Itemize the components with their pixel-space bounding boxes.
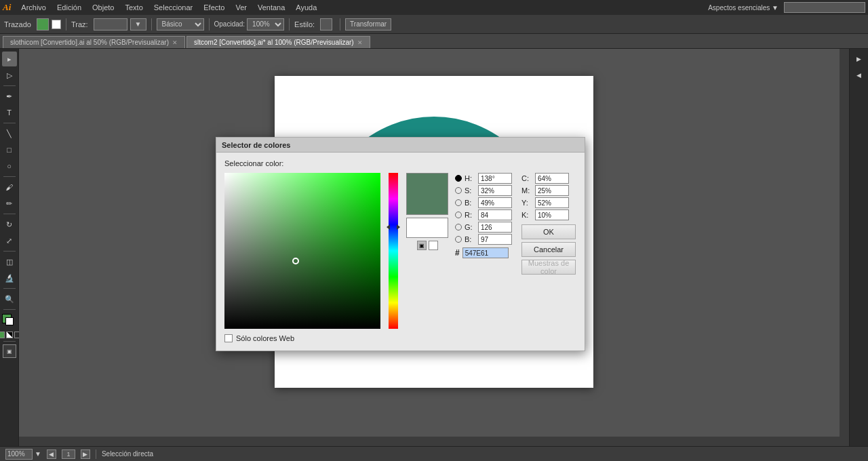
status-bar: ▼ ◀ ▶ Selección directa: [0, 446, 868, 461]
gradient-mode-icon[interactable]: [6, 332, 13, 338]
canvas-area: Selector de colores Seleccionar color:: [19, 49, 849, 446]
type-tool[interactable]: T: [2, 105, 17, 120]
page-input[interactable]: [62, 449, 75, 459]
stroke-btn[interactable]: ▼: [130, 18, 146, 31]
r-input[interactable]: [478, 209, 512, 220]
zoom-input[interactable]: [5, 449, 33, 460]
rotate-tool[interactable]: ↻: [2, 217, 17, 232]
scrollbar-horizontal[interactable]: [19, 437, 849, 446]
menu-seleccionar[interactable]: Seleccionar: [149, 2, 197, 13]
line-tool[interactable]: ╲: [2, 126, 17, 141]
select-tool[interactable]: ▸: [2, 52, 17, 66]
color-picker-dialog[interactable]: Selector de colores Seleccionar color:: [216, 137, 585, 351]
current-color-preview[interactable]: [406, 218, 448, 238]
opacity-select[interactable]: 100%: [247, 18, 284, 31]
menu-texto[interactable]: Texto: [120, 2, 147, 13]
web-only-checkbox[interactable]: [224, 334, 233, 342]
tool-sep-1: [3, 85, 16, 86]
b2-label: B:: [465, 235, 475, 243]
g-input[interactable]: [478, 222, 512, 233]
green-row: G:: [455, 222, 512, 233]
brush-tool[interactable]: 🖌: [2, 180, 17, 195]
menu-ventana[interactable]: Ventana: [253, 2, 290, 13]
hue-radio[interactable]: [455, 175, 462, 182]
green-radio[interactable]: [455, 224, 462, 230]
swatch-icons: ▣: [417, 241, 438, 250]
tab-1[interactable]: slothicom [Convertido].ai al 50% (RGB/Pr…: [3, 36, 185, 48]
stroke-swatch[interactable]: [5, 317, 14, 325]
menu-objeto[interactable]: Objeto: [87, 2, 119, 13]
hex-input[interactable]: [462, 247, 509, 258]
pencil-tool[interactable]: ✏: [2, 196, 17, 211]
workspace-label: Aspectos esenciales ▼: [708, 4, 778, 12]
nav-prev-btn[interactable]: ◀: [47, 449, 56, 459]
tool-sep-3: [3, 176, 16, 177]
direct-select-tool[interactable]: ▷: [2, 68, 17, 83]
tab-2[interactable]: sltcom2 [Convertido].ai* al 100% (RGB/Pr…: [186, 36, 370, 48]
gradient-bg[interactable]: [224, 173, 380, 329]
scrollbar-vertical[interactable]: [840, 49, 849, 446]
saturation-row: S:: [455, 185, 512, 196]
hue-arrow-right: [397, 224, 400, 230]
dialog-subtitle: Seleccionar color:: [224, 159, 576, 167]
white-swatch-icon[interactable]: [429, 241, 438, 250]
style-select[interactable]: Básico: [157, 18, 204, 31]
scale-tool[interactable]: ⤢: [2, 233, 17, 248]
selection-status: Selección directa: [102, 450, 153, 458]
color-gradient-square[interactable]: [224, 173, 380, 329]
menu-archivo[interactable]: Archivo: [16, 2, 51, 13]
tab-2-close[interactable]: ✕: [357, 39, 363, 46]
hue-strip[interactable]: [389, 173, 398, 329]
fill-stroke-area[interactable]: [2, 314, 17, 329]
gradient-tool[interactable]: ◫: [2, 254, 17, 269]
tab-1-close[interactable]: ✕: [172, 39, 178, 46]
dialog-title-bar[interactable]: Selector de colores: [216, 138, 585, 153]
style-swatch[interactable]: [320, 18, 332, 31]
h-label: H:: [465, 174, 475, 182]
hue-row: H:: [455, 173, 512, 184]
right-panel-btn-1[interactable]: ▶: [852, 52, 867, 66]
saturation-radio[interactable]: [455, 187, 462, 194]
screen-mode-btn[interactable]: ▣: [3, 344, 16, 358]
b2-input[interactable]: [478, 234, 512, 245]
brightness-radio[interactable]: [455, 199, 462, 206]
c-input[interactable]: [535, 173, 569, 184]
y-input[interactable]: [535, 197, 569, 208]
opacity-label: Opacidad:: [214, 20, 245, 28]
samples-button[interactable]: Muestras de color: [521, 260, 576, 275]
app-logo: Ai: [3, 2, 11, 13]
m-input[interactable]: [535, 185, 569, 196]
zoom-tool[interactable]: 🔍: [2, 292, 17, 306]
k-input[interactable]: [535, 209, 569, 220]
nav-next-btn[interactable]: ▶: [81, 449, 90, 459]
transform-btn[interactable]: Transformar: [345, 18, 391, 31]
stroke-weight-input[interactable]: [94, 18, 127, 31]
yellow-row: Y:: [521, 197, 576, 208]
stroke-color-swatch[interactable]: [52, 20, 61, 29]
red-radio[interactable]: [455, 212, 462, 218]
pen-tool[interactable]: ✒: [2, 89, 17, 104]
toolbar-separator-2: [151, 18, 152, 31]
color-mode-icon[interactable]: [0, 332, 5, 338]
screen-mode-icon: ▣: [7, 348, 12, 355]
s-input[interactable]: [478, 185, 512, 196]
ellipse-tool[interactable]: ○: [2, 159, 17, 174]
menu-ver[interactable]: Ver: [231, 2, 252, 13]
h-input[interactable]: [478, 173, 512, 184]
eyedropper-tool[interactable]: 🔬: [2, 270, 17, 285]
shape-tool[interactable]: □: [2, 142, 17, 157]
r-label: R:: [465, 211, 475, 219]
toolbar-separator-5: [340, 18, 340, 31]
search-input[interactable]: [784, 2, 865, 13]
new-color-preview[interactable]: [406, 173, 448, 215]
fill-color-swatch[interactable]: [37, 18, 49, 31]
right-panel-btn-2[interactable]: ◀: [852, 68, 867, 83]
menu-ayuda[interactable]: Ayuda: [291, 2, 321, 13]
menu-efecto[interactable]: Efecto: [199, 2, 229, 13]
blue-radio[interactable]: [455, 236, 462, 243]
cancel-button[interactable]: Cancelar: [521, 242, 576, 257]
ok-button[interactable]: OK: [521, 224, 576, 239]
menu-edicion[interactable]: Edición: [52, 2, 86, 13]
b-input[interactable]: [478, 197, 512, 208]
cube-swatch-icon[interactable]: ▣: [417, 241, 427, 250]
